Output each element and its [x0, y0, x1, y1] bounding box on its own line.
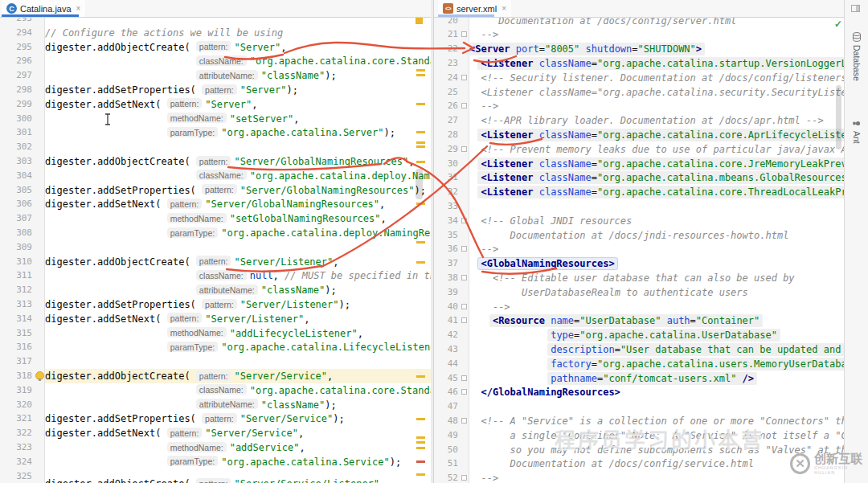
- close-tab-icon[interactable]: ×: [76, 4, 81, 13]
- code-line-313[interactable]: 313digester.addSetProperties( pattern:"S…: [0, 297, 431, 312]
- fold-marker[interactable]: [461, 218, 467, 223]
- code-line-297[interactable]: 297 attributeName:"className");: [0, 68, 431, 83]
- code-text[interactable]: <Listener className="org.apache.catalina…: [469, 170, 844, 185]
- code-text[interactable]: digester.addSetProperties( pattern:"Serv…: [45, 183, 431, 198]
- code-text[interactable]: -->: [469, 242, 844, 256]
- code-line-296[interactable]: 296 className:"org.apache.catalina.core.…: [0, 54, 431, 68]
- editor-pane-catalina-java[interactable]: 293294// Configure the actions we will b…: [0, 18, 431, 483]
- code-text[interactable]: <Listener className="org.apache.catalina…: [469, 185, 844, 199]
- right-scrollbar-thumb[interactable]: [836, 85, 841, 149]
- code-text[interactable]: <Resource name="UserDatabase" auth="Cont…: [469, 313, 844, 328]
- code-line-321[interactable]: 321digester.addSetProperties( pattern:"S…: [0, 411, 431, 426]
- code-line-311[interactable]: 311 className:null, // MUST be specified…: [0, 268, 431, 283]
- code-line-51[interactable]: 51 Documentation at /docs/config/service…: [434, 456, 844, 471]
- code-text[interactable]: digester.addSetProperties( pattern:"Serv…: [45, 83, 431, 97]
- code-text[interactable]: className:"org.apache.catalina.core.Stan…: [45, 54, 431, 68]
- code-line-304[interactable]: 304 className:"org.apache.catalina.deplo…: [0, 169, 431, 183]
- code-text[interactable]: <!-- Global JNDI resources: [469, 214, 844, 228]
- code-text[interactable]: factory="org.apache.catalina.users.Memor…: [469, 357, 844, 371]
- fold-marker[interactable]: [461, 75, 467, 80]
- tool-button-database[interactable]: Database: [845, 32, 868, 81]
- code-text[interactable]: <Server port="8005" shutdown="SHUTDOWN">: [469, 42, 844, 56]
- code-line-298[interactable]: 298digester.addSetProperties( pattern:"S…: [0, 83, 431, 97]
- code-text[interactable]: methodName:"addService",: [45, 440, 431, 455]
- code-line-299[interactable]: 299digester.addSetNext( pattern:"Server"…: [0, 97, 431, 112]
- code-line-310[interactable]: 310digester.addObjectCreate( pattern:"Se…: [0, 255, 431, 269]
- code-line-308[interactable]: 308 paramType:"org.apache.catalina.deplo…: [0, 226, 431, 240]
- fold-marker[interactable]: [461, 317, 467, 323]
- code-text[interactable]: -->: [469, 27, 844, 42]
- fold-marker[interactable]: [461, 31, 467, 37]
- code-text[interactable]: -->: [469, 471, 844, 483]
- code-line-25[interactable]: 25 <Listener className="org.apache.catal…: [434, 85, 844, 100]
- code-line-21[interactable]: 21 -->: [434, 27, 844, 42]
- code-line-295[interactable]: 295digester.addObjectCreate( pattern:"Se…: [0, 40, 431, 55]
- code-line-301[interactable]: 301 paramType:"org.apache.catalina.Serve…: [0, 125, 431, 140]
- code-text[interactable]: // Configure the actions we will be usin…: [45, 26, 431, 40]
- code-text[interactable]: paramType:"org.apache.catalina.Lifecycle…: [45, 340, 431, 354]
- fold-marker[interactable]: [461, 304, 467, 309]
- code-line-38[interactable]: 38 <!-- Editable user database that can …: [434, 271, 844, 285]
- code-line-52[interactable]: 52 -->: [434, 471, 844, 483]
- code-line-300[interactable]: 300 methodName:"setServer",: [0, 112, 431, 126]
- code-text[interactable]: digester.addObjectCreate( pattern:"Serve…: [45, 40, 431, 55]
- code-line-22[interactable]: 22<Server port="8005" shutdown="SHUTDOWN…: [434, 42, 844, 56]
- code-line-41[interactable]: 41 <Resource name="UserDatabase" auth="C…: [434, 313, 844, 328]
- fold-marker[interactable]: [461, 275, 467, 280]
- code-text[interactable]: [45, 140, 431, 154]
- fold-marker[interactable]: [461, 418, 467, 424]
- code-text[interactable]: <Listener className="org.apache.catalina…: [469, 157, 844, 171]
- code-text[interactable]: description="User database that can be u…: [469, 342, 844, 357]
- code-text[interactable]: digester.addSetNext( pattern:"Server",: [45, 97, 431, 112]
- code-text[interactable]: Documentation at /docs/config/service.ht…: [469, 456, 844, 471]
- code-line-45[interactable]: 45 pathname="conf/tomcat-users.xml" />: [434, 371, 844, 386]
- code-line-35[interactable]: 35 Documentation at /docs/jndi-resources…: [434, 228, 844, 243]
- code-line-46[interactable]: 46 </GlobalNamingResources>: [434, 385, 844, 399]
- hide-tool-windows-icon[interactable]: [851, 5, 860, 12]
- code-text[interactable]: -->: [469, 300, 844, 314]
- code-text[interactable]: digester.addObjectCreate( pattern:"Serve…: [45, 255, 431, 269]
- code-line-324[interactable]: 324 paramType:"org.apache.catalina.Servi…: [0, 455, 431, 469]
- code-text[interactable]: <!--APR library loader. Documentation at…: [469, 113, 844, 128]
- code-line-43[interactable]: 43 description="User database that can b…: [434, 342, 844, 357]
- code-text[interactable]: Documentation at /docs/config/server.htm…: [469, 18, 844, 28]
- fold-marker[interactable]: [461, 246, 467, 252]
- close-tab-icon[interactable]: ×: [502, 4, 506, 13]
- code-line-314[interactable]: 314digester.addSetNext( pattern:"Server/…: [0, 312, 431, 326]
- code-text[interactable]: -->: [469, 99, 844, 113]
- fold-marker[interactable]: [461, 375, 467, 381]
- code-text[interactable]: <Listener className="org.apache.catalina…: [469, 128, 844, 142]
- code-line-37[interactable]: 37 <GlobalNamingResources>: [434, 256, 844, 271]
- code-line-318[interactable]: 318digester.addObjectCreate( pattern:"Se…: [0, 369, 431, 383]
- code-text[interactable]: className:null, // MUST be specified in …: [45, 268, 431, 283]
- code-text[interactable]: digester.addObjectCreate( pattern:"Serve…: [45, 154, 431, 169]
- left-scrollbar-thumb[interactable]: [416, 169, 423, 199]
- code-text[interactable]: digester.addSetNext( pattern:"Server/Lis…: [45, 312, 431, 326]
- code-text[interactable]: <Listener className="org.apache.catalina…: [469, 56, 844, 71]
- code-text[interactable]: [45, 354, 431, 369]
- code-text[interactable]: <!-- Editable user database that can als…: [469, 271, 844, 285]
- code-line-29[interactable]: 29 <!-- Prevent memory leaks due to use …: [434, 142, 844, 157]
- code-line-294[interactable]: 294// Configure the actions we will be u…: [0, 26, 431, 40]
- code-text[interactable]: methodName:"setGlobalNamingResources",: [45, 211, 431, 226]
- code-text[interactable]: paramType:"org.apache.catalina.Server");: [45, 125, 431, 140]
- code-line-44[interactable]: 44 factory="org.apache.catalina.users.Me…: [434, 357, 844, 371]
- inspection-ok-icon[interactable]: ✓: [834, 18, 842, 30]
- code-line-23[interactable]: 23 <Listener className="org.apache.catal…: [434, 56, 844, 71]
- code-line-34[interactable]: 34 <!-- Global JNDI resources: [434, 214, 844, 228]
- code-text[interactable]: <!-- Security listener. Documentation at…: [469, 71, 844, 85]
- code-line-24[interactable]: 24 <!-- Security listener. Documentation…: [434, 71, 844, 85]
- code-line-26[interactable]: 26 -->: [434, 99, 844, 113]
- code-text[interactable]: <!-- Prevent memory leaks due to use of …: [469, 142, 844, 157]
- code-line-27[interactable]: 27 <!--APR library loader. Documentation…: [434, 113, 844, 128]
- code-line-320[interactable]: 320 attributeName:"className");: [0, 398, 431, 412]
- code-line-33[interactable]: 33: [434, 199, 844, 214]
- code-text[interactable]: methodName:"setServer",: [45, 112, 431, 126]
- fold-marker[interactable]: [461, 103, 467, 108]
- code-text[interactable]: digester.addSetNext( pattern:"Server/Ser…: [45, 426, 431, 440]
- editor-pane-server-xml[interactable]: 20 Documentation at /docs/config/server.…: [434, 18, 844, 483]
- code-text[interactable]: [469, 399, 844, 414]
- code-line-40[interactable]: 40 -->: [434, 300, 844, 314]
- code-text[interactable]: digester.addSetProperties( pattern:"Serv…: [45, 297, 431, 312]
- code-line-322[interactable]: 322digester.addSetNext( pattern:"Server/…: [0, 426, 431, 440]
